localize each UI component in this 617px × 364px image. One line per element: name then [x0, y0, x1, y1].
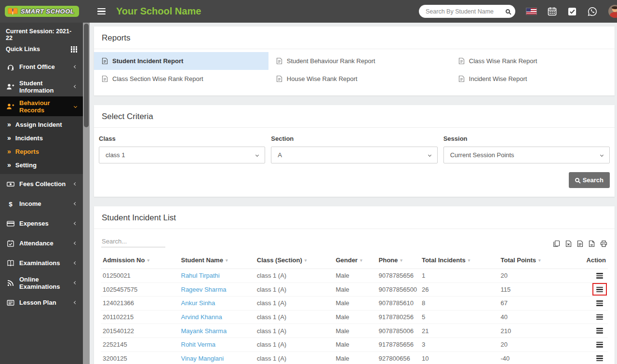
report-link-student-incident-report[interactable]: Student Incident Report: [94, 52, 268, 70]
class-section-cell: class 1 (A): [255, 283, 334, 297]
double-chevron-icon: »: [7, 135, 11, 141]
sidebar-item-fees-collection[interactable]: Fees Collection: [0, 174, 83, 194]
dollar-icon: $: [6, 200, 14, 208]
chevron-left-icon: [74, 202, 77, 205]
admission-no-cell: 201540122: [101, 324, 179, 338]
column-header-gender[interactable]: Gender▾: [334, 252, 376, 269]
row-actions-button[interactable]: [592, 352, 607, 364]
language-flag-icon[interactable]: [526, 8, 537, 14]
hamburger-icon: [596, 287, 603, 293]
chevron-left-icon: [74, 182, 77, 186]
grid-icon: [71, 46, 77, 53]
row-actions-button[interactable]: [592, 311, 607, 324]
student-name-link[interactable]: Mayank Sharma: [181, 327, 227, 335]
column-header-admission-no[interactable]: Admission No▾: [101, 252, 179, 269]
sort-caret-icon: ▾: [400, 258, 402, 263]
table-row: 124021366 Ankur Sinha class 1 (A) Male 9…: [101, 297, 608, 310]
select-criteria-card: Select Criteria Class class 1 Section A …: [94, 105, 615, 197]
sidebar-item-student-information[interactable]: Student Information: [0, 77, 83, 96]
student-name-link[interactable]: Rohit Verma: [181, 341, 216, 348]
excel-icon[interactable]: [565, 240, 572, 247]
column-header-phone[interactable]: Phone▾: [377, 252, 420, 269]
action-cell: [585, 269, 608, 283]
sort-caret-icon: ▾: [538, 258, 541, 263]
student-name-link[interactable]: Vinay Manglani: [181, 355, 224, 362]
pdf-icon[interactable]: [589, 240, 595, 247]
table-row: 1025457575 Rageev Sharma class 1 (A) Mal…: [101, 283, 608, 297]
report-link-class-wise-rank-report[interactable]: Class Wise Rank Report: [451, 52, 615, 70]
search-icon[interactable]: [506, 9, 510, 13]
chat-icon[interactable]: [588, 7, 597, 16]
column-header-total-incidents[interactable]: Total Incidents▾: [420, 252, 499, 269]
class-section-cell: class 1 (A): [255, 297, 334, 310]
report-link-label: Class Wise Rank Report: [469, 57, 537, 65]
column-header-student-name[interactable]: Student Name▾: [179, 252, 255, 269]
action-cell: [585, 283, 608, 297]
credit-card-icon: [6, 220, 14, 228]
chevron-down-icon: [428, 153, 431, 157]
sidebar-subitem-incidents[interactable]: » Incidents: [0, 131, 83, 145]
select-value: class 1: [106, 151, 125, 159]
copy-icon[interactable]: [553, 240, 560, 247]
chevron-left-icon: [74, 85, 77, 88]
action-cell: [585, 337, 608, 351]
section-select[interactable]: A: [271, 147, 437, 163]
report-link-label: Student Incident Report: [112, 57, 183, 65]
sidebar-item-lesson-plan[interactable]: Lesson Plan: [0, 293, 83, 312]
report-link-incident-wise-report[interactable]: Incident Wise Report: [451, 70, 615, 88]
double-chevron-icon: »: [7, 148, 11, 155]
row-actions-button[interactable]: [592, 297, 607, 310]
gender-cell: Male: [334, 297, 376, 310]
row-actions-button[interactable]: [592, 338, 607, 351]
app-logo[interactable]: SMART SCHOOL: [5, 6, 79, 17]
class-select[interactable]: class 1: [99, 147, 265, 163]
menu-toggle-icon[interactable]: [97, 8, 106, 15]
sidebar-item-attendance[interactable]: Attendance: [0, 233, 83, 253]
column-header-total-points[interactable]: Total Points▾: [499, 252, 585, 269]
student-name-link[interactable]: Arvind Khanna: [181, 313, 222, 321]
quick-links[interactable]: Quick Links: [6, 46, 77, 53]
sidebar-item-income[interactable]: $ Income: [0, 194, 83, 214]
sidebar-subitem-reports[interactable]: » Reports: [0, 145, 83, 158]
calendar-icon[interactable]: [548, 7, 557, 16]
student-name-link[interactable]: Rahul Tirpathi: [181, 272, 220, 279]
column-header-class-section[interactable]: Class (Section)▾: [255, 252, 334, 269]
sidebar-item-expenses[interactable]: Expenses: [0, 214, 83, 233]
sidebar-item-examinations[interactable]: Examinations: [0, 253, 83, 273]
student-name-link[interactable]: Rageev Sharma: [181, 286, 227, 293]
student-search-input[interactable]: [426, 8, 506, 15]
action-cell: [585, 297, 608, 310]
scrollbar-thumb[interactable]: [84, 24, 89, 127]
session-select[interactable]: Current Session Points: [443, 147, 610, 163]
csv-icon[interactable]: [577, 240, 583, 247]
behaviour-records-submenu: » Assign Incident » Incidents » Reports …: [0, 116, 83, 174]
row-actions-button[interactable]: [592, 270, 607, 282]
report-link-student-behaviour-rank-report[interactable]: Student Behaviour Rank Report: [268, 52, 451, 70]
sidebar-scrollbar[interactable]: [83, 23, 90, 364]
print-icon[interactable]: [600, 240, 607, 247]
report-link-house-wise-rank-report[interactable]: House Wise Rank Report: [268, 70, 451, 88]
sidebar-item-online-examinations[interactable]: Online Examinations: [0, 273, 83, 293]
top-header: SMART SCHOOL Your School Name: [0, 0, 617, 23]
student-name-link[interactable]: Ankur Sinha: [181, 299, 215, 307]
double-chevron-icon: »: [7, 121, 11, 128]
tasks-icon[interactable]: [568, 7, 577, 16]
document-icon: [102, 57, 108, 65]
table-search-input[interactable]: [101, 236, 165, 247]
main-content: Reports Student Incident Report Student …: [90, 23, 617, 364]
student-incident-list-card: Student Incident List Admission No▾Stude…: [94, 206, 615, 364]
sidebar-subitem-label: Setting: [15, 162, 37, 169]
report-link-class-section-wise-rank-report[interactable]: Class Section Wise Rank Report: [94, 70, 268, 88]
user-avatar[interactable]: [608, 5, 617, 18]
row-actions-button[interactable]: [592, 324, 607, 337]
sidebar-item-behaviour-records[interactable]: Behaviour Records: [0, 96, 83, 116]
sidebar-item-front-office[interactable]: Front Office: [0, 57, 83, 77]
action-cell: [585, 310, 608, 324]
search-button[interactable]: Search: [569, 172, 610, 188]
select-criteria-title: Select Criteria: [94, 105, 615, 128]
table-row: 201540122 Mayank Sharma class 1 (A) Male…: [101, 324, 608, 338]
sidebar-subitem-setting[interactable]: » Setting: [0, 158, 83, 172]
session-block: Current Session: 2021-22 Quick Links: [0, 23, 83, 57]
sidebar-subitem-assign-incident[interactable]: » Assign Incident: [0, 118, 83, 131]
row-actions-button-highlighted[interactable]: [592, 283, 607, 296]
